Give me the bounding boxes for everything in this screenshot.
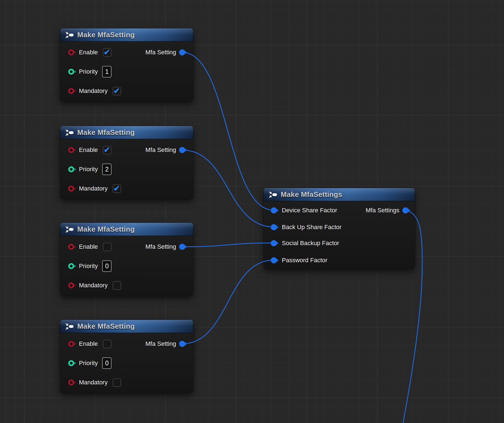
enable-pin-icon[interactable] (68, 243, 76, 250)
wire-mfasetting2-to-backup-share-factor[interactable] (182, 150, 274, 227)
enable-pin-icon[interactable] (68, 146, 76, 154)
pin-label: Password Factor (282, 257, 327, 264)
make-mfasetting-node-4[interactable]: Make MfaSetting Enable Priority 0 Mandat… (60, 320, 193, 393)
mandatory-checkbox[interactable] (113, 378, 121, 387)
make-struct-icon (65, 323, 75, 330)
enable-checkbox[interactable] (103, 340, 112, 348)
make-struct-icon (65, 31, 75, 39)
pin-label: Mandatory (79, 185, 108, 192)
pin-label: Enable (79, 49, 98, 56)
make-struct-icon (65, 226, 75, 233)
enable-pin-icon[interactable] (68, 340, 76, 347)
pin-label: Mfa Setting (145, 243, 176, 250)
pin-label: Mfa Setting (145, 49, 176, 56)
node-title: Make MfaSetting (77, 225, 135, 234)
mandatory-checkbox[interactable] (113, 184, 121, 193)
make-mfasetting-node-2[interactable]: Make MfaSetting Enable Priority 2 Mandat… (60, 126, 193, 199)
node-header[interactable]: Make MfaSetting (60, 28, 193, 42)
enable-pin-icon[interactable] (68, 49, 76, 56)
node-header[interactable]: Make MfaSetting (60, 223, 193, 236)
pin-label: Enable (79, 243, 98, 250)
priority-input[interactable]: 2 (102, 164, 112, 175)
priority-pin-icon[interactable] (68, 166, 76, 173)
mandatory-pin-icon[interactable] (68, 87, 76, 95)
node-header[interactable]: Make MfaSettings (264, 188, 415, 201)
mandatory-pin-icon[interactable] (68, 379, 76, 386)
pin-label: Mandatory (79, 379, 108, 386)
node-title: Make MfaSettings (281, 190, 342, 199)
make-struct-icon (269, 191, 278, 198)
pin-label: Mfa Settings (366, 207, 399, 214)
pin-label: Mandatory (79, 282, 108, 289)
pin-label: Mfa Setting (145, 146, 176, 154)
priority-pin-icon[interactable] (68, 68, 76, 75)
pin-label: Priority (79, 263, 98, 270)
wire-mfasetting1-to-device-share-factor[interactable] (182, 52, 274, 210)
wire-mfasetting3-to-social-backup-factor[interactable] (182, 243, 274, 247)
wire-mfasetting4-to-password-factor[interactable] (182, 260, 274, 344)
make-struct-icon (65, 129, 75, 136)
enable-checkbox[interactable] (103, 243, 112, 251)
node-header[interactable]: Make MfaSetting (60, 126, 193, 139)
pin-label: Social Backup Factor (282, 240, 339, 247)
node-title: Make MfaSetting (77, 31, 135, 39)
mandatory-pin-icon[interactable] (68, 185, 76, 192)
priority-pin-icon[interactable] (68, 263, 76, 270)
priority-pin-icon[interactable] (68, 360, 76, 367)
enable-checkbox[interactable] (103, 48, 112, 57)
pin-label: Mfa Setting (145, 340, 176, 347)
make-mfasetting-node-3[interactable]: Make MfaSetting Enable Priority 0 Mandat… (60, 223, 193, 296)
mandatory-checkbox[interactable] (113, 281, 121, 290)
pin-label: Back Up Share Factor (282, 224, 341, 231)
pin-label: Priority (79, 68, 98, 75)
make-mfasetting-node-1[interactable]: Make MfaSetting Enable Priority 1 Mandat… (60, 28, 193, 101)
priority-input[interactable]: 0 (102, 357, 112, 369)
node-header[interactable]: Make MfaSetting (60, 320, 193, 333)
pin-label: Device Share Factor (282, 207, 337, 214)
mandatory-checkbox[interactable] (113, 87, 121, 95)
pin-label: Enable (79, 340, 98, 347)
graph-canvas[interactable]: Make MfaSetting Enable Priority 1 Mandat… (0, 0, 504, 423)
node-title: Make MfaSetting (77, 322, 135, 331)
pin-label: Priority (79, 166, 98, 173)
enable-checkbox[interactable] (103, 146, 112, 154)
priority-input[interactable]: 1 (102, 66, 112, 77)
priority-input[interactable]: 0 (102, 260, 112, 272)
make-mfasettings-node[interactable]: Make MfaSettings Device Share Factor Bac… (264, 188, 415, 269)
pin-label: Enable (79, 146, 98, 154)
pin-label: Mandatory (79, 87, 108, 95)
pin-label: Priority (79, 360, 98, 367)
node-title: Make MfaSetting (77, 128, 135, 137)
mandatory-pin-icon[interactable] (68, 282, 76, 289)
